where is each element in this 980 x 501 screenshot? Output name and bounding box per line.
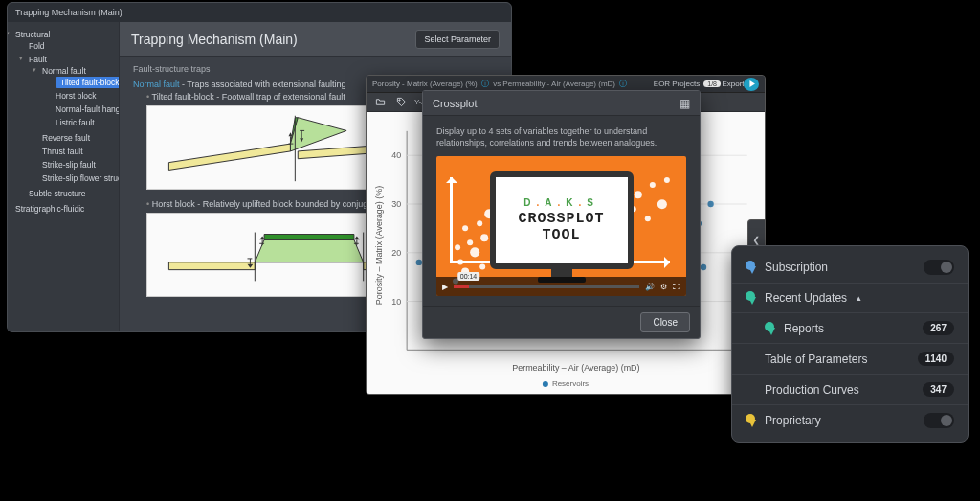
tree-sidebar: Structural Fold Fault Normal fault Tilte… — [8, 22, 119, 331]
tree-tilted-fault-block[interactable]: Tilted fault-block — [52, 76, 115, 89]
legend-entry: Reservoirs — [543, 379, 589, 388]
fullscreen-icon[interactable]: ⛶ — [673, 283, 680, 291]
eor-count-pill: 1/8 — [703, 80, 721, 87]
window-title: Trapping Mechanism (Main) — [15, 8, 122, 17]
tree-strike-slip-fault[interactable]: Strike-slip fault — [38, 158, 115, 171]
definition-link[interactable]: Normal fault — [133, 80, 180, 89]
svg-point-89 — [664, 177, 670, 183]
svg-point-85 — [635, 191, 642, 198]
svg-text:30: 30 — [391, 199, 401, 209]
video-text-line1: CROSSPLOT — [518, 212, 604, 228]
svg-point-86 — [650, 182, 656, 188]
video-controls[interactable]: ▶ 00:14 🔊 ⚙ ⛶ — [436, 277, 686, 296]
table-of-parameters-row[interactable]: Table of Parameters 1140 — [732, 343, 968, 374]
svg-marker-27 — [354, 236, 360, 239]
modal-title: Crossplot — [433, 98, 477, 109]
video-text-line2: TOOL — [542, 228, 580, 244]
svg-marker-14 — [264, 235, 354, 240]
tag-icon[interactable] — [393, 96, 409, 109]
folder-icon[interactable] — [372, 96, 388, 109]
video-monitor-graphic: D.A.K.S CROSSPLOT TOOL — [490, 171, 634, 269]
page-title: Trapping Mechanism (Main) — [131, 32, 298, 47]
crossplot-help-modal: Crossplot ▦ Display up to 4 sets of vari… — [422, 90, 701, 339]
production-curves-count-badge: 347 — [923, 382, 954, 397]
reports-row[interactable]: Reports 267 — [732, 312, 968, 343]
svg-point-78 — [480, 235, 488, 242]
tree-reverse-fault[interactable]: Reverse fault — [38, 131, 115, 145]
svg-marker-2 — [290, 118, 346, 151]
tutorial-video[interactable]: D.A.K.S CROSSPLOT TOOL ▶ 00:14 🔊 ⚙ ⛶ — [436, 156, 686, 296]
svg-point-69 — [701, 264, 706, 270]
chevron-up-icon: ▴ — [857, 293, 861, 303]
video-progress-bar[interactable]: 00:14 — [454, 285, 639, 288]
svg-point-83 — [479, 264, 485, 270]
window-titlebar: Trapping Mechanism (Main) — [8, 3, 511, 22]
tree-strike-slip-flower[interactable]: Strike-slip flower structure — [38, 171, 115, 185]
eor-projects-label: EOR Projects — [654, 80, 700, 88]
info-icon[interactable]: ⓘ — [481, 80, 489, 88]
definition-link[interactable]: Horst block — [152, 199, 195, 209]
updates-sidebar-card: Subscription Recent Updates ▴ Reports 26… — [731, 245, 969, 443]
tree-fold[interactable]: Fold — [25, 39, 115, 53]
svg-point-88 — [645, 216, 651, 222]
y-axis-arrow-icon — [450, 177, 453, 263]
reports-count-badge: 267 — [923, 321, 954, 335]
tree-listric-fault[interactable]: Listric fault — [52, 116, 115, 129]
settings-icon[interactable]: ⚙ — [660, 283, 667, 291]
svg-point-79 — [477, 221, 482, 227]
svg-marker-29 — [749, 80, 755, 87]
definition-link[interactable]: Tilted fault-block — [152, 92, 214, 102]
pin-icon — [746, 261, 755, 274]
svg-marker-0 — [168, 144, 290, 170]
pin-icon — [765, 322, 774, 335]
export-button[interactable]: Export — [724, 78, 740, 91]
svg-text:20: 20 — [391, 248, 401, 258]
proprietary-row[interactable]: Proprietary — [732, 404, 968, 436]
recent-updates-row[interactable]: Recent Updates ▴ — [732, 283, 968, 312]
pin-icon — [746, 414, 755, 427]
tree-normal-fault[interactable]: Normal fault Tilted fault-block Horst bl… — [38, 64, 115, 131]
play-icon[interactable] — [744, 78, 759, 91]
svg-point-70 — [707, 201, 713, 207]
svg-point-87 — [657, 199, 667, 209]
subscription-row[interactable]: Subscription — [732, 252, 968, 283]
table-params-count-badge: 1140 — [918, 352, 954, 366]
svg-point-84 — [455, 245, 460, 251]
tree-horst-block[interactable]: Horst block — [52, 89, 115, 102]
video-time: 00:14 — [457, 272, 480, 281]
tree-thrust-fault[interactable]: Thrust fault — [38, 145, 115, 158]
x-axis-label: Permeability – Air (Average) (mD) — [512, 363, 639, 373]
tree-structural[interactable]: Structural Fold Fault Normal fault Tilte… — [11, 28, 115, 202]
production-curves-row[interactable]: Production Curves 347 — [732, 374, 968, 404]
svg-point-81 — [462, 226, 468, 232]
pin-icon — [746, 291, 755, 305]
select-parameter-button[interactable]: Select Parameter — [415, 30, 500, 49]
modal-description: Display up to 4 sets of variables togeth… — [436, 125, 686, 148]
tree-normal-fault-hanging-wall[interactable]: Normal-fault hanging wall — [52, 102, 115, 116]
tree-subtle-structure[interactable]: Subtle structure — [25, 187, 115, 200]
video-brand: D.A.K.S — [523, 197, 599, 208]
y-axis-label: Porosity – Matrix (Average) (%) — [374, 186, 384, 305]
tree-stratigraphic-fluidic[interactable]: Stratigraphic-fluidic — [11, 202, 115, 216]
svg-point-77 — [467, 240, 473, 246]
play-pause-icon[interactable]: ▶ — [442, 283, 448, 291]
legend-dot-icon — [543, 381, 548, 387]
svg-text:40: 40 — [391, 150, 401, 160]
close-button[interactable]: Close — [640, 312, 690, 332]
proprietary-toggle[interactable] — [924, 413, 954, 428]
svg-text:10: 10 — [391, 297, 401, 307]
subscription-toggle[interactable] — [924, 260, 954, 275]
volume-icon[interactable]: 🔊 — [645, 283, 655, 291]
svg-marker-13 — [255, 239, 363, 262]
svg-marker-11 — [168, 262, 255, 270]
svg-point-76 — [470, 248, 479, 258]
grid-icon[interactable]: ▦ — [679, 97, 690, 110]
info-icon[interactable]: ⓘ — [619, 80, 627, 88]
section-title: Fault-structure traps — [133, 64, 498, 74]
svg-point-30 — [398, 100, 399, 101]
crossplot-title: Porosity - Matrix (Average) (%) ⓘ vs Per… — [372, 79, 650, 89]
tree-fault[interactable]: Fault Normal fault Tilted fault-block Ho… — [25, 53, 115, 187]
